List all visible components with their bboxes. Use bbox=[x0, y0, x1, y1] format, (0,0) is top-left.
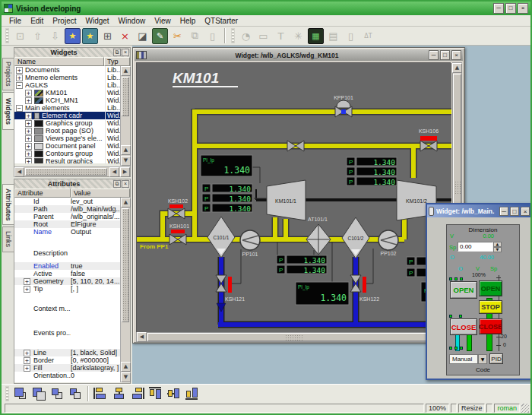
scroll-left-icon[interactable]: ◀ bbox=[14, 167, 24, 177]
attribute-value[interactable]: ElFigure bbox=[71, 220, 120, 228]
expand-icon[interactable]: + bbox=[24, 365, 30, 372]
close-state-button[interactable]: CLOSE bbox=[479, 318, 502, 334]
chevron-down-icon[interactable]: ▼ bbox=[478, 354, 487, 364]
align-top-icon[interactable] bbox=[147, 386, 164, 401]
attribute-value[interactable]: 0 bbox=[71, 372, 120, 379]
float-panel-icon[interactable]: ⧉ bbox=[113, 180, 121, 188]
collapse-icon[interactable]: − bbox=[16, 82, 23, 89]
spin-down-icon[interactable]: ▼ bbox=[493, 247, 502, 252]
attribute-value[interactable]: true bbox=[71, 262, 120, 270]
attribute-row[interactable]: RootElFigure bbox=[14, 220, 120, 228]
scroll-down-icon[interactable]: ▼ bbox=[121, 372, 131, 382]
tree-hscrollbar[interactable]: ◀ ◀ ▶ bbox=[14, 166, 130, 176]
column-attribute[interactable]: Attribute bbox=[14, 188, 71, 198]
column-type[interactable]: Typ bbox=[104, 57, 130, 66]
attribute-value[interactable]: /wlb_originals/... bbox=[71, 213, 120, 220]
attribute-row[interactable]: +Geometry[5, 110, 20, 14... bbox=[14, 277, 120, 285]
raise-widget-icon[interactable] bbox=[12, 386, 29, 401]
maximize-button[interactable]: □ bbox=[505, 3, 516, 14]
tree-row[interactable]: +Mnemo elementsLib... bbox=[14, 74, 120, 81]
menu-qtstarter[interactable]: QTStarter bbox=[200, 17, 242, 25]
attribute-value[interactable]: lev_out bbox=[71, 198, 120, 205]
tree-row[interactable]: +Result graphicsWid... bbox=[14, 157, 120, 163]
minimize-button[interactable]: ─ bbox=[499, 207, 508, 216]
pid-button[interactable]: PID bbox=[489, 353, 503, 364]
attribute-row[interactable]: Path/wlb_Main/wdg... bbox=[14, 205, 120, 213]
tree-row[interactable]: +Contours groupWid... bbox=[14, 150, 120, 157]
copy-icon[interactable]: ⧉ bbox=[187, 28, 203, 44]
attribute-row[interactable]: +Line[1, black, Solid] bbox=[14, 349, 120, 356]
expand-icon[interactable]: + bbox=[25, 90, 32, 97]
close-panel-icon[interactable]: × bbox=[122, 180, 129, 188]
tree-row[interactable]: +KM101Wid... bbox=[14, 89, 120, 97]
tree-row[interactable]: +Document panelWid... bbox=[14, 142, 120, 150]
attribute-value[interactable]: [darkslategray, ] bbox=[71, 364, 120, 372]
tree-row[interactable]: −AGLKSLib... bbox=[14, 81, 120, 89]
scroll-left-icon[interactable]: ◀ bbox=[137, 332, 147, 342]
toolbar-handle[interactable] bbox=[231, 28, 235, 43]
tab-projects[interactable]: Projects bbox=[2, 58, 14, 90]
close-button[interactable]: × bbox=[521, 207, 530, 216]
paste-icon[interactable]: ▯ bbox=[204, 28, 220, 44]
expand-icon[interactable]: + bbox=[25, 97, 32, 104]
expand-icon[interactable]: + bbox=[16, 74, 23, 81]
scroll-left-icon[interactable]: ◀ bbox=[109, 167, 119, 177]
protocol-element-icon[interactable]: ▤ bbox=[325, 28, 341, 44]
tree-row[interactable]: +Views page's ele...Wid... bbox=[14, 135, 120, 142]
tree-row[interactable]: −Main elementsLib... bbox=[14, 104, 120, 112]
media-element-icon[interactable]: ✳ bbox=[290, 28, 306, 44]
attribute-row[interactable]: Description bbox=[14, 243, 120, 262]
menu-widget[interactable]: Widget bbox=[81, 17, 113, 25]
attribute-value[interactable]: [, ] bbox=[71, 285, 120, 293]
expand-icon[interactable]: + bbox=[25, 120, 32, 127]
document-element-icon[interactable]: ▯ bbox=[343, 28, 359, 44]
attribute-value[interactable]: [1, black, Solid] bbox=[71, 349, 120, 356]
attributes-panel-header[interactable]: Attributes ⧉ × bbox=[14, 179, 130, 188]
text-element-icon[interactable]: T bbox=[273, 28, 289, 44]
km101-widget-window[interactable]: Widget: /wlb_AGLKS/wdg_KM101 ─ □ × KM101 bbox=[132, 47, 465, 344]
tree-row[interactable]: +Graphics groupWid... bbox=[14, 119, 120, 127]
tree-vscrollbar[interactable]: ▲ ▲ ▼ bbox=[120, 66, 130, 166]
maximize-button[interactable]: □ bbox=[510, 207, 519, 216]
scroll-right-icon[interactable]: ▶ bbox=[120, 167, 130, 177]
attribute-row[interactable]: Events pro... bbox=[14, 325, 120, 341]
scroll-up-icon[interactable]: ▲ bbox=[121, 362, 131, 372]
tab-widgets[interactable]: Widgets bbox=[2, 92, 14, 130]
expand-icon[interactable]: + bbox=[24, 357, 30, 364]
open-button[interactable]: OPEN bbox=[450, 281, 477, 299]
column-name[interactable]: Name bbox=[14, 57, 104, 66]
attribute-value[interactable]: /wlb_Main/wdg... bbox=[71, 205, 120, 213]
canvas-hscrollbar[interactable]: ◀ ▶ bbox=[136, 332, 451, 342]
scroll-up-icon[interactable]: ▲ bbox=[121, 198, 131, 208]
maximize-button[interactable]: □ bbox=[440, 50, 450, 60]
tab-links[interactable]: Links bbox=[2, 227, 14, 252]
attribute-row[interactable]: NameOutput bbox=[14, 228, 120, 236]
diagram-element-icon[interactable]: ▦ bbox=[308, 28, 324, 44]
float-panel-icon[interactable]: ⧉ bbox=[113, 49, 121, 56]
crane-control-panel[interactable]: Dimension V 0.00 Sp 0.00 ▲ ▼ O 40.00 O V… bbox=[446, 224, 520, 375]
menu-view[interactable]: View bbox=[150, 17, 176, 25]
expand-icon[interactable]: + bbox=[24, 278, 30, 285]
lower-bottom-icon[interactable] bbox=[67, 386, 84, 401]
attribute-row[interactable]: +Tip[, ] bbox=[14, 285, 120, 293]
stop-button[interactable]: STOP bbox=[479, 300, 502, 314]
align-right-icon[interactable] bbox=[129, 386, 146, 401]
collapse-icon[interactable]: − bbox=[16, 105, 23, 112]
expand-icon[interactable]: + bbox=[24, 350, 30, 356]
km101-mnemo-canvas[interactable]: KM101 bbox=[136, 62, 451, 332]
column-value[interactable]: Value bbox=[71, 188, 130, 198]
refresh-icon[interactable]: ◔ bbox=[238, 28, 254, 44]
scroll-up-icon[interactable]: ▲ bbox=[121, 145, 131, 155]
expand-icon[interactable]: + bbox=[25, 158, 32, 164]
attribute-row[interactable]: Enabledtrue bbox=[14, 262, 120, 270]
align-bottom-icon[interactable] bbox=[184, 386, 201, 401]
tree-row[interactable]: +KCH_MN1Wid... bbox=[14, 97, 120, 104]
canvas-hscroll-thumb[interactable] bbox=[147, 333, 439, 341]
resize-grip[interactable] bbox=[521, 404, 529, 413]
close-button[interactable]: × bbox=[451, 50, 461, 60]
expand-icon[interactable]: + bbox=[16, 67, 23, 74]
attribute-row[interactable]: Activefalse bbox=[14, 270, 120, 277]
new-library-icon[interactable]: ★ bbox=[65, 28, 81, 44]
cut-icon[interactable]: ✂ bbox=[169, 28, 185, 44]
display-element-icon[interactable]: ▭ bbox=[255, 28, 271, 44]
